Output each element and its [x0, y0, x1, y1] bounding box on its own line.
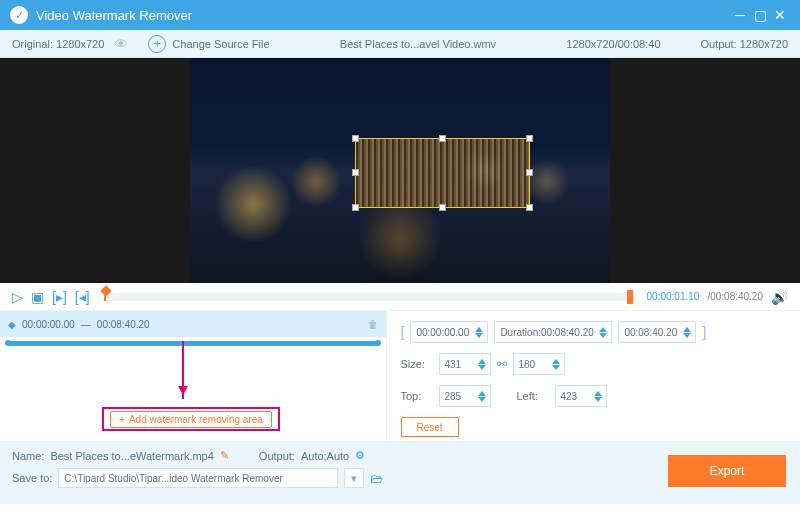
properties-panel: [ 00:00:00.00 Duration:00:08:40.20 00:08… — [387, 311, 801, 441]
export-button[interactable]: Export — [668, 455, 786, 487]
aspect-lock-icon[interactable]: ⚯ — [497, 357, 507, 371]
segment-handle-end[interactable] — [375, 340, 381, 346]
output-label: Output: — [259, 450, 295, 462]
spinner-up-icon[interactable] — [475, 323, 483, 332]
segment-end: 00:08:40.20 — [97, 319, 150, 330]
range-start-input[interactable]: 00:00:00.00 — [410, 321, 488, 343]
video-preview-area — [0, 58, 800, 283]
annotation-highlight: +Add watermark removing area — [102, 407, 280, 431]
source-dims-duration: 1280x720/00:08:40 — [566, 38, 660, 50]
playback-controls: ▷ ▣ [▸] [◂] 00:00:01.10/00:08:40.20 🔊 — [0, 283, 800, 311]
stop-button[interactable]: ▣ — [31, 289, 44, 305]
segment-track[interactable] — [8, 341, 378, 346]
width-input[interactable]: 431 — [439, 353, 491, 375]
editor-section: ◆ 00:00:00.00 — 00:08:40.20 🗑 +Add water… — [0, 311, 800, 441]
video-frame[interactable] — [190, 58, 610, 283]
plus-icon: + — [119, 414, 125, 425]
resize-handle-se[interactable] — [526, 204, 533, 211]
volume-icon[interactable]: 🔊 — [771, 289, 788, 305]
timeline-end-marker[interactable] — [627, 290, 633, 304]
resize-handle-sw[interactable] — [352, 204, 359, 211]
annotation-arrow — [182, 341, 184, 399]
duration-input[interactable]: Duration:00:08:40.20 — [494, 321, 612, 343]
bracket-open-icon[interactable]: [ — [401, 324, 405, 340]
resize-handle-ne[interactable] — [526, 135, 533, 142]
reset-button[interactable]: Reset — [401, 417, 459, 437]
save-to-label: Save to: — [12, 472, 52, 484]
add-source-icon[interactable]: + — [148, 35, 166, 53]
save-path-input[interactable]: C:\Tipard Studio\Tipar...ideo Watermark … — [58, 468, 338, 488]
add-watermark-area-button[interactable]: +Add watermark removing area — [110, 411, 272, 428]
play-button[interactable]: ▷ — [12, 289, 23, 305]
source-filename: Best Places to...avel Video.wmv — [340, 38, 496, 50]
range-end-input[interactable]: 00:08:40.20 — [618, 321, 696, 343]
app-logo-icon: ✓ — [10, 6, 28, 24]
title-bar: ✓ Video Watermark Remover ─ ▢ ✕ — [0, 0, 800, 30]
playhead-icon[interactable] — [100, 285, 111, 296]
output-name: Best Places to...eWatermark.mp4 — [50, 450, 213, 462]
segment-marker-icon: ◆ — [8, 319, 16, 330]
resize-handle-nw[interactable] — [352, 135, 359, 142]
mark-in-button[interactable]: [▸] — [52, 289, 67, 305]
mark-out-button[interactable]: [◂] — [75, 289, 90, 305]
top-input[interactable]: 285 — [439, 385, 491, 407]
total-time: /00:08:40.20 — [707, 291, 763, 302]
original-label: Original: 1280x720 — [12, 38, 104, 50]
path-dropdown-button[interactable]: ▾ — [344, 468, 364, 488]
output-value: Auto;Auto — [301, 450, 349, 462]
current-time: 00:00:01.10 — [647, 291, 700, 302]
position-row: Top: 285 Left: 423 — [401, 385, 787, 407]
segment-row[interactable]: ◆ 00:00:00.00 — 00:08:40.20 🗑 — [0, 311, 386, 337]
info-bar: Original: 1280x720 👁 + Change Source Fil… — [0, 30, 800, 58]
segment-handle-start[interactable] — [5, 340, 11, 346]
resize-handle-n[interactable] — [439, 135, 446, 142]
bracket-close-icon[interactable]: ] — [702, 324, 706, 340]
app-title: Video Watermark Remover — [36, 8, 730, 23]
change-source-button[interactable]: Change Source File — [172, 38, 269, 50]
output-label: Output: 1280x720 — [701, 38, 788, 50]
size-row: Size: 431 ⚯ 180 — [401, 353, 787, 375]
timeline-scrubber[interactable] — [104, 293, 633, 301]
height-input[interactable]: 180 — [513, 353, 565, 375]
segment-start: 00:00:00.00 — [22, 319, 75, 330]
left-label: Left: — [517, 390, 549, 402]
minimize-button[interactable]: ─ — [730, 7, 750, 23]
resize-handle-e[interactable] — [526, 169, 533, 176]
name-label: Name: — [12, 450, 44, 462]
close-button[interactable]: ✕ — [770, 7, 790, 23]
segments-panel: ◆ 00:00:00.00 — 00:08:40.20 🗑 +Add water… — [0, 311, 387, 441]
top-label: Top: — [401, 390, 433, 402]
edit-name-icon[interactable]: ✎ — [220, 449, 229, 462]
spinner-down-icon[interactable] — [475, 333, 483, 342]
watermark-selection-box[interactable] — [355, 138, 530, 208]
maximize-button[interactable]: ▢ — [750, 7, 770, 23]
output-settings-icon[interactable]: ⚙ — [355, 449, 365, 462]
resize-handle-s[interactable] — [439, 204, 446, 211]
segment-sep: — — [81, 319, 91, 330]
bottom-bar: Name: Best Places to...eWatermark.mp4 ✎ … — [0, 441, 800, 504]
preview-toggle-icon[interactable]: 👁 — [114, 36, 128, 52]
left-input[interactable]: 423 — [555, 385, 607, 407]
delete-segment-icon[interactable]: 🗑 — [368, 319, 378, 330]
open-folder-icon[interactable]: 🗁 — [370, 471, 383, 486]
time-range-row: [ 00:00:00.00 Duration:00:08:40.20 00:08… — [401, 321, 787, 343]
size-label: Size: — [401, 358, 433, 370]
resize-handle-w[interactable] — [352, 169, 359, 176]
